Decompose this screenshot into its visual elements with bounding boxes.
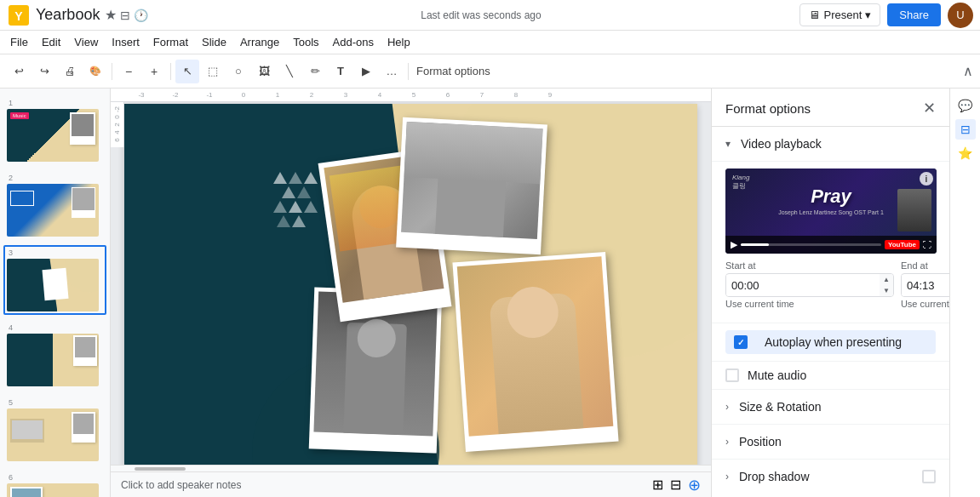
image-tool[interactable]: 🖼 <box>252 60 276 83</box>
horizontal-scrollbar[interactable] <box>111 465 711 471</box>
drop-shadow-label: Drop shadow <box>739 470 810 483</box>
menu-format[interactable]: Format <box>146 34 195 50</box>
menu-view[interactable]: View <box>67 34 105 50</box>
video-playback-label: Video playback <box>741 137 822 151</box>
thumbnail-view-button[interactable]: ⊟ <box>670 477 681 493</box>
undo-button[interactable]: ↩ <box>7 60 31 83</box>
side-tab-comment[interactable]: 💬 <box>955 95 976 116</box>
app-title: Yearbook <box>36 6 100 24</box>
end-at-input-wrap: ▲ ▼ <box>901 273 949 297</box>
slide-footer[interactable]: Click to add speaker notes ⊞ ⊟ ⊕ <box>111 471 711 497</box>
slide-canvas[interactable] <box>124 104 697 465</box>
end-at-label: End at <box>901 260 949 271</box>
video-controls-bar: ▶ YouTube ⛶ <box>725 236 937 254</box>
line-tool[interactable]: ╲ <box>278 60 301 83</box>
polaroid-2[interactable] <box>396 117 547 255</box>
more-tool[interactable]: … <box>380 60 404 83</box>
share-button[interactable]: Share <box>887 3 941 26</box>
separator-1 <box>112 63 112 80</box>
separator-3 <box>408 63 409 80</box>
slide-thumb-3[interactable]: 3 <box>3 245 106 315</box>
redo-button[interactable]: ↪ <box>32 60 56 83</box>
video-tool[interactable]: ▶ <box>354 60 378 83</box>
start-at-input-wrap: ▲ ▼ <box>725 273 894 297</box>
star-icon[interactable]: ★ <box>105 7 117 23</box>
grid-view-button[interactable]: ⊞ <box>652 477 663 493</box>
add-slide-button[interactable]: ⊕ <box>688 476 701 494</box>
end-at-field: End at ▲ ▼ Use current time <box>901 260 949 309</box>
menu-file[interactable]: File <box>3 34 35 50</box>
position-chevron-icon: › <box>725 436 729 448</box>
zoom-out-button[interactable]: − <box>117 60 140 83</box>
mute-label: Mute audio <box>748 368 806 382</box>
pencil-tool[interactable]: ✏ <box>303 60 327 83</box>
start-use-current: Use current time <box>725 299 894 309</box>
slide-canvas-wrapper <box>111 102 711 465</box>
position-toggle[interactable]: › Position <box>712 425 949 460</box>
slide-thumb-5[interactable]: 5 <box>3 395 106 465</box>
video-playback-toggle[interactable]: ▾ Video playback <box>712 127 949 162</box>
mute-audio-row[interactable]: Mute audio <box>712 362 949 390</box>
size-rotation-label: Size & Rotation <box>739 400 822 414</box>
video-song-title: Pray <box>778 186 884 208</box>
menu-slide[interactable]: Slide <box>195 34 233 50</box>
format-panel-header: Format options ✕ <box>712 89 949 127</box>
end-at-input[interactable] <box>902 275 949 296</box>
info-icon[interactable]: i <box>920 172 933 186</box>
end-use-current: Use current time <box>901 299 949 309</box>
video-playback-chevron-icon: ▾ <box>725 138 731 150</box>
autoplay-row[interactable]: ✓ Autoplay when presenting <box>712 323 949 362</box>
position-label: Position <box>739 435 782 448</box>
speaker-notes-prompt: Click to add speaker notes <box>121 479 241 491</box>
slide-thumb-2[interactable]: 2 <box>3 170 106 240</box>
collapse-toolbar-button[interactable]: ∧ <box>963 63 973 79</box>
format-options-label: Format options <box>416 65 490 77</box>
ruler-horizontal: -3 -2 -1 0 1 2 3 4 5 6 7 8 9 <box>111 89 711 102</box>
start-at-decrement[interactable]: ▼ <box>880 285 893 296</box>
yt-logo: YouTube <box>885 240 920 249</box>
slide-thumb-1[interactable]: 1 Music <box>3 95 106 165</box>
cursor-tool[interactable]: ↖ <box>175 60 199 83</box>
slide-thumb-6[interactable]: 6 <box>3 470 106 497</box>
autoplay-label: Autoplay when presenting <box>765 335 902 349</box>
history-icon[interactable]: 🕐 <box>134 9 148 22</box>
video-thumbnail-area: Klang 클링 Pray Joseph Lenz Martinez Song … <box>712 162 949 323</box>
toolbar-right: ∧ <box>963 63 973 79</box>
print-button[interactable]: 🖨 <box>58 60 82 83</box>
present-button[interactable]: 🖥 Present ▾ <box>799 3 880 26</box>
toolbar: ↩ ↪ 🖨 🎨 − + ↖ ⬚ ○ 🖼 ╲ ✏ T ▶ … Format opt… <box>0 54 980 89</box>
side-tab-star[interactable]: ⭐ <box>955 143 976 163</box>
zoom-in-button[interactable]: + <box>142 60 166 83</box>
text-tool[interactable]: T <box>329 60 352 83</box>
menu-insert[interactable]: Insert <box>105 34 146 50</box>
menu-addons[interactable]: Add-ons <box>326 34 381 50</box>
format-panel-close[interactable]: ✕ <box>923 99 936 117</box>
shape-tool[interactable]: ○ <box>226 60 250 83</box>
menu-arrange[interactable]: Arrange <box>233 34 286 50</box>
time-fields: Start at ▲ ▼ Use current time End at <box>725 260 936 309</box>
mute-checkbox[interactable] <box>725 368 739 382</box>
present-chevron-icon: ▾ <box>865 9 871 21</box>
paint-format-button[interactable]: 🎨 <box>83 60 107 83</box>
menu-tools[interactable]: Tools <box>286 34 325 50</box>
start-at-increment[interactable]: ▲ <box>880 274 893 285</box>
drop-shadow-left: › Drop shadow <box>725 470 810 483</box>
side-tab-format[interactable]: ⊟ <box>955 119 976 140</box>
size-rotation-toggle[interactable]: › Size & Rotation <box>712 390 949 425</box>
video-thumbnail[interactable]: Klang 클링 Pray Joseph Lenz Martinez Song … <box>725 169 937 254</box>
menu-edit[interactable]: Edit <box>35 34 67 50</box>
start-at-input[interactable] <box>726 275 880 296</box>
user-avatar[interactable]: U <box>948 3 973 28</box>
drop-shadow-toggle[interactable]: › Drop shadow <box>712 460 949 494</box>
drop-shadow-checkbox[interactable] <box>922 470 936 483</box>
start-at-field: Start at ▲ ▼ Use current time <box>725 260 894 309</box>
polaroid-3[interactable] <box>452 252 618 452</box>
drop-shadow-chevron-icon: › <box>725 471 729 483</box>
slide-thumb-4[interactable]: 4 <box>3 320 106 390</box>
menu-help[interactable]: Help <box>381 34 417 50</box>
fullscreen-icon[interactable]: ⛶ <box>923 240 931 249</box>
play-icon[interactable]: ▶ <box>731 239 737 250</box>
select-tool[interactable]: ⬚ <box>201 60 225 83</box>
drive-icon[interactable]: ⊟ <box>120 9 130 22</box>
autoplay-checkbox[interactable]: ✓ <box>734 335 748 349</box>
